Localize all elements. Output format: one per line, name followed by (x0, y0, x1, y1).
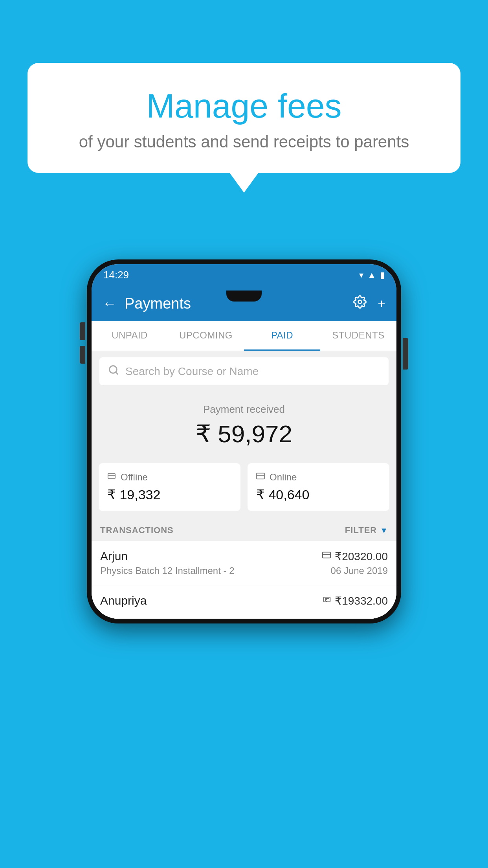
transaction-name-anupriya: Anupriya (100, 594, 147, 607)
search-placeholder: Search by Course or Name (125, 365, 259, 378)
payment-received-section: Payment received ₹ 59,972 (92, 392, 396, 456)
payment-type-rupee-icon (323, 596, 331, 606)
tabs-bar: UNPAID UPCOMING PAID STUDENTS (92, 321, 396, 351)
online-amount: ₹ 40,640 (256, 487, 381, 502)
svg-rect-5 (257, 473, 264, 479)
phone-screen: 14:29 ▾ ▲ ▮ ← Payments + (92, 264, 396, 619)
transactions-label: TRANSACTIONS (100, 525, 174, 535)
status-icons: ▾ ▲ ▮ (359, 270, 385, 280)
svg-rect-7 (323, 552, 330, 558)
payment-cards: Offline ₹ 19,332 Online (99, 463, 389, 511)
online-label: Online (270, 472, 297, 483)
online-card: Online ₹ 40,640 (248, 463, 389, 511)
transaction-bottom-arjun: Physics Batch 12 Installment - 2 06 June… (100, 565, 388, 576)
payment-received-amount: ₹ 59,972 (99, 419, 389, 448)
filter-icon: ▼ (380, 526, 388, 535)
transaction-amount-value-anupriya: ₹19332.00 (335, 594, 388, 607)
transaction-top-arjun: Arjun ₹20320.00 (100, 550, 388, 563)
transaction-top-anupriya: Anupriya ₹19332.00 (100, 594, 388, 607)
phone-mockup: 14:29 ▾ ▲ ▮ ← Payments + (87, 259, 401, 623)
speech-bubble-title: Manage fees (47, 86, 441, 125)
volume-button-2 (80, 346, 85, 364)
transaction-name-arjun: Arjun (100, 550, 128, 563)
phone-notch (226, 291, 262, 302)
search-bar[interactable]: Search by Course or Name (99, 357, 389, 385)
tab-paid[interactable]: PAID (244, 321, 320, 351)
battery-icon: ▮ (380, 270, 385, 280)
speech-bubble: Manage fees of your students and send re… (28, 63, 460, 173)
wifi-icon: ▾ (359, 270, 363, 280)
status-bar: 14:29 ▾ ▲ ▮ (92, 264, 396, 286)
main-content: Search by Course or Name Payment receive… (92, 357, 396, 619)
filter-label: FILTER (345, 525, 377, 535)
add-button[interactable]: + (378, 296, 385, 311)
transaction-row[interactable]: Arjun ₹20320.00 Physics (92, 541, 396, 585)
svg-line-2 (116, 372, 117, 374)
status-time: 14:29 (103, 269, 129, 281)
transaction-desc-arjun: Physics Batch 12 Installment - 2 (100, 565, 234, 576)
speech-bubble-subtitle: of your students and send receipts to pa… (47, 132, 441, 151)
online-card-header: Online (256, 472, 381, 483)
tab-unpaid[interactable]: UNPAID (92, 321, 168, 351)
power-button (403, 338, 408, 370)
online-icon (256, 472, 265, 483)
search-icon (108, 364, 119, 378)
signal-icon: ▲ (367, 270, 376, 280)
offline-card-header: Offline (107, 472, 232, 483)
tab-students[interactable]: STUDENTS (320, 321, 396, 351)
back-button[interactable]: ← (103, 295, 117, 312)
volume-button-1 (80, 322, 85, 340)
transaction-amount-anupriya: ₹19332.00 (323, 594, 388, 607)
tab-upcoming[interactable]: UPCOMING (168, 321, 244, 351)
payment-received-label: Payment received (99, 403, 389, 416)
transaction-amount-arjun: ₹20320.00 (322, 550, 388, 563)
offline-icon (107, 472, 116, 483)
offline-label: Offline (121, 472, 148, 483)
phone-body: 14:29 ▾ ▲ ▮ ← Payments + (87, 259, 401, 623)
transaction-date-arjun: 06 June 2019 (331, 565, 388, 576)
transaction-amount-value-arjun: ₹20320.00 (335, 550, 388, 563)
transaction-row-anupriya[interactable]: Anupriya ₹19332.00 (92, 585, 396, 619)
filter-section[interactable]: FILTER ▼ (345, 525, 388, 535)
payment-type-card-icon (322, 551, 331, 562)
settings-icon[interactable] (353, 295, 367, 312)
transactions-header: TRANSACTIONS FILTER ▼ (92, 520, 396, 541)
svg-rect-3 (108, 474, 115, 479)
offline-card: Offline ₹ 19,332 (99, 463, 240, 511)
svg-point-0 (358, 300, 362, 304)
offline-amount: ₹ 19,332 (107, 487, 232, 502)
